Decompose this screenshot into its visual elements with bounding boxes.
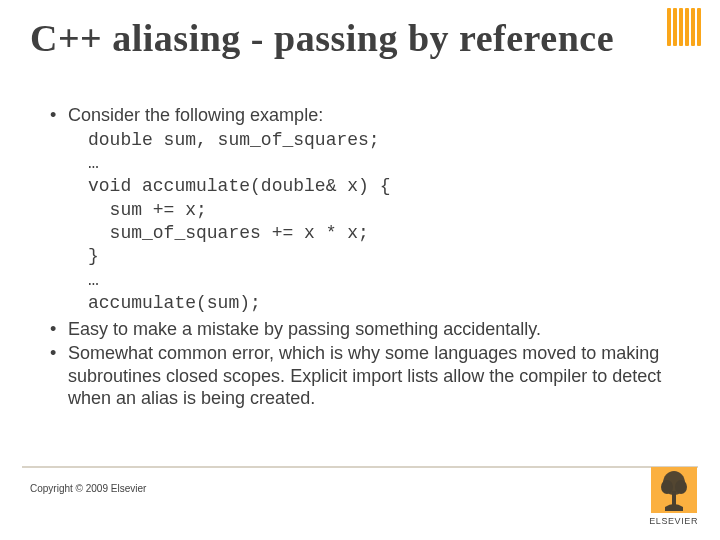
elsevier-tree-icon [651,467,697,513]
slide-body: Consider the following example: double s… [48,104,690,412]
accent-bar [697,8,701,46]
accent-bars [667,8,701,46]
bullet-list: Easy to make a mistake by passing someth… [48,318,690,410]
accent-bar [691,8,695,46]
accent-bar [667,8,671,46]
bullet-text: Somewhat common error, which is why some… [68,343,661,408]
accent-bar [685,8,689,46]
bullet-list: Consider the following example: [48,104,690,127]
bullet-text: Consider the following example: [68,105,323,125]
bullet-item: Consider the following example: [48,104,690,127]
copyright: Copyright © 2009 Elsevier [30,483,146,494]
slide: C++ aliasing - passing by reference Cons… [0,0,720,540]
code-example: double sum, sum_of_squares; … void accum… [88,129,690,316]
svg-point-4 [675,480,687,494]
bullet-item: Somewhat common error, which is why some… [48,342,690,410]
svg-point-3 [661,480,673,494]
footer-rule [22,466,698,468]
publisher-logo: ELSEVIER [649,467,698,526]
bullet-item: Easy to make a mistake by passing someth… [48,318,690,341]
publisher-name: ELSEVIER [649,516,698,526]
bullet-text: Easy to make a mistake by passing someth… [68,319,541,339]
accent-bar [679,8,683,46]
slide-title: C++ aliasing - passing by reference [30,18,690,60]
accent-bar [673,8,677,46]
